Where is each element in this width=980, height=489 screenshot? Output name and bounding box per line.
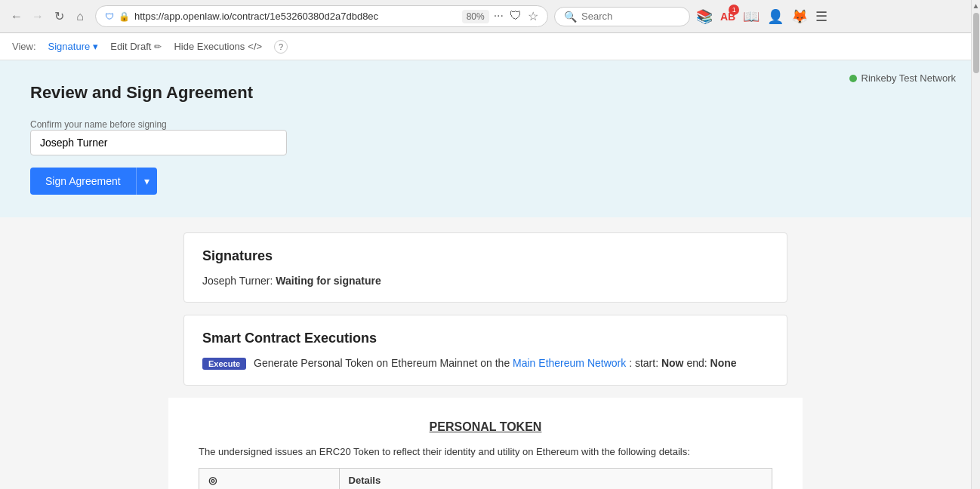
network-label: Rinkeby Test Network xyxy=(861,72,956,84)
end-value: None xyxy=(710,357,737,369)
bookmark-icon[interactable]: ☆ xyxy=(528,9,538,23)
back-button[interactable]: ← xyxy=(8,8,26,26)
end-label: end: xyxy=(686,357,707,369)
nav-buttons: ← → ↻ ⌂ xyxy=(8,8,89,26)
doc-intro: The undersigned issues an ERC20 Token to… xyxy=(199,446,772,457)
refresh-button[interactable]: ↻ xyxy=(50,8,68,26)
menu-icon[interactable]: ☰ xyxy=(815,8,827,25)
panels-section: Signatures Joseph Turner: Waiting for si… xyxy=(0,217,971,489)
confirm-label: Confirm your name before signing xyxy=(30,119,167,130)
edit-draft-label: Edit Draft xyxy=(110,41,151,52)
search-icon: 🔍 xyxy=(564,11,577,23)
address-actions: ··· 🛡 ☆ xyxy=(494,9,538,23)
execution-network-link[interactable]: Main Ethereum Network xyxy=(513,357,626,369)
execution-row: Execute Generate Personal Token on Ether… xyxy=(202,357,769,370)
hide-executions-button[interactable]: Hide Executions </> xyxy=(174,41,262,52)
sign-section: Rinkeby Test Network Review and Sign Agr… xyxy=(0,60,971,217)
doc-title: PERSONAL TOKEN xyxy=(199,420,772,434)
sign-button-group: Sign Agreement ▾ xyxy=(30,168,941,195)
search-input[interactable] xyxy=(581,11,680,22)
code-icon: </> xyxy=(248,41,262,52)
browser-chrome: ← → ↻ ⌂ 🛡 🔒 https://app.openlaw.io/contr… xyxy=(0,0,971,33)
hide-executions-label: Hide Executions xyxy=(174,41,245,52)
signature-label: Signature xyxy=(48,41,91,52)
pocket-icon[interactable]: 🛡 xyxy=(510,9,522,23)
scrollbar-thumb[interactable] xyxy=(973,13,979,73)
token-table: ◎ Details Token NameAAJSymbolAAJInitial … xyxy=(199,468,772,489)
scrollbar[interactable]: ▲ xyxy=(971,0,980,489)
extensions-icon[interactable]: 📚 xyxy=(696,8,713,25)
view-label: View: xyxy=(12,41,36,52)
help-icon[interactable]: ? xyxy=(274,40,288,54)
document-section: PERSONAL TOKEN The undersigned issues an… xyxy=(168,398,803,489)
zoom-level: 80% xyxy=(462,10,489,23)
start-value: Now xyxy=(661,357,684,369)
page-wrapper: ← → ↻ ⌂ 🛡 🔒 https://app.openlaw.io/contr… xyxy=(0,0,980,489)
signer-name-input[interactable] xyxy=(30,130,287,155)
view-bar: View: Signature ▾ Edit Draft ✏ Hide Exec… xyxy=(0,33,971,60)
chevron-down-icon: ▾ xyxy=(93,41,98,52)
sign-title: Review and Sign Agreement xyxy=(30,83,941,103)
notification-badge: 1 xyxy=(729,5,739,15)
network-indicator: Rinkeby Test Network xyxy=(849,72,956,84)
signatures-panel: Signatures Joseph Turner: Waiting for si… xyxy=(183,232,787,303)
more-options-icon[interactable]: ··· xyxy=(494,9,504,23)
ab-icon[interactable]: AB 1 xyxy=(720,8,735,24)
browser-toolbar: 📚 AB 1 📖 👤 🦊 ☰ xyxy=(696,8,827,25)
signer-name: Joseph Turner xyxy=(202,275,270,287)
address-bar[interactable]: 🛡 🔒 https://app.openlaw.io/contract/1e53… xyxy=(95,5,548,27)
shield-icon: 🛡 xyxy=(105,11,114,22)
pencil-icon: ✏ xyxy=(154,42,162,52)
table-col1-header: ◎ xyxy=(199,469,340,490)
firefox-icon[interactable]: 🦊 xyxy=(791,8,808,25)
execute-badge[interactable]: Execute xyxy=(202,358,246,370)
search-bar[interactable]: 🔍 xyxy=(554,7,690,26)
view-signature-button[interactable]: Signature ▾ xyxy=(48,41,99,52)
smart-contract-title: Smart Contract Executions xyxy=(202,331,769,346)
signature-row: Joseph Turner: Waiting for signature xyxy=(202,275,769,287)
home-button[interactable]: ⌂ xyxy=(71,8,89,26)
main-content-area: ← → ↻ ⌂ 🛡 🔒 https://app.openlaw.io/contr… xyxy=(0,0,971,489)
signatures-panel-title: Signatures xyxy=(202,248,769,264)
signer-status: Waiting for signature xyxy=(276,275,381,287)
sign-agreement-button[interactable]: Sign Agreement xyxy=(30,168,136,195)
reader-icon[interactable]: 📖 xyxy=(743,8,760,25)
smart-contract-panel: Smart Contract Executions Execute Genera… xyxy=(183,315,787,386)
profile-icon[interactable]: 👤 xyxy=(767,8,784,25)
network-status-dot xyxy=(849,75,857,82)
url-text: https://app.openlaw.io/contract/1e532603… xyxy=(134,11,458,22)
execution-text-after: : start: xyxy=(629,357,658,369)
table-col2-header: Details xyxy=(339,469,772,490)
forward-button[interactable]: → xyxy=(29,8,47,26)
edit-draft-button[interactable]: Edit Draft ✏ xyxy=(110,41,162,52)
sign-agreement-dropdown[interactable]: ▾ xyxy=(136,168,157,195)
scroll-up-arrow[interactable]: ▲ xyxy=(971,0,980,11)
execution-text-before: Generate Personal Token on Ethereum Main… xyxy=(254,357,510,369)
lock-icon: 🔒 xyxy=(119,11,130,22)
